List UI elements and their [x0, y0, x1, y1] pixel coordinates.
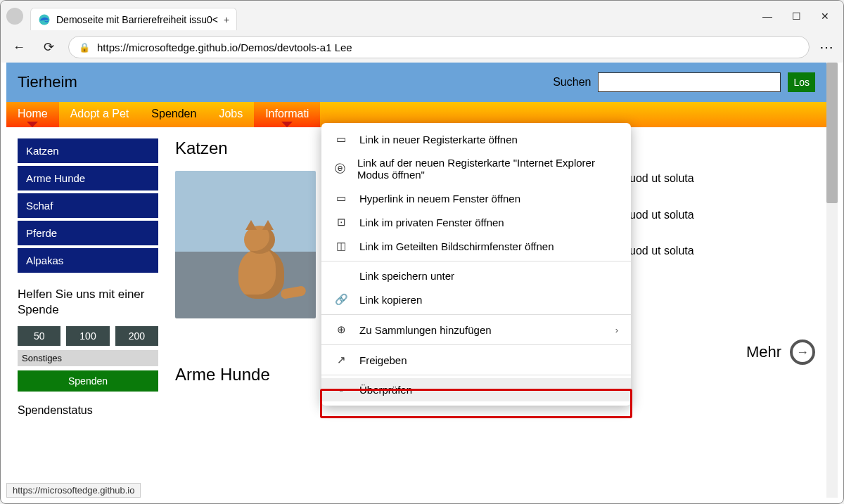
context-menu-item[interactable]: ▭Hyperlink in neuem Fenster öffnen: [321, 186, 631, 210]
sidebar-item-horses[interactable]: Pferde: [18, 221, 158, 245]
context-menu-icon: ▭: [334, 133, 348, 146]
site-header: Tierheim Suchen Los: [6, 63, 826, 102]
context-menu-separator: [321, 344, 631, 345]
donate-50[interactable]: 50: [18, 326, 60, 346]
context-menu-item[interactable]: ▫Überprüfen: [321, 378, 631, 401]
donate-status-label: Spendenstatus: [18, 404, 158, 417]
sidebar-item-cats[interactable]: Katzen: [18, 138, 158, 163]
context-menu-label: Zu Sammlungen hinzufügen: [359, 324, 492, 336]
context-menu-icon: ⓔ: [334, 162, 346, 176]
arrow-right-icon[interactable]: →: [790, 340, 815, 365]
context-menu-item[interactable]: Link speichern unter: [321, 264, 631, 287]
lock-icon: 🔒: [79, 42, 90, 53]
more-menu-button[interactable]: ⋯: [819, 39, 835, 56]
site-title: Tierheim: [18, 73, 77, 91]
donate-heading: Helfen Sie uns mit einer Spende: [18, 287, 158, 318]
url-text: https://microsoftedge.github.io/Demos/de…: [97, 41, 352, 53]
context-menu-label: Link in neuer Registerkarte öffnen: [359, 134, 518, 146]
close-button[interactable]: ✕: [821, 11, 829, 22]
minimize-button[interactable]: —: [762, 11, 772, 22]
context-menu-label: Link speichern unter: [359, 270, 454, 282]
context-menu-icon: ▫: [334, 384, 348, 396]
more-link-text[interactable]: Mehr: [746, 343, 781, 361]
chevron-right-icon: ›: [615, 325, 618, 335]
donate-100[interactable]: 100: [66, 326, 109, 346]
nav-jobs[interactable]: Jobs: [207, 102, 254, 127]
new-tab-button[interactable]: +: [224, 14, 229, 25]
context-menu-icon: ⊕: [334, 323, 348, 336]
sidebar-item-dogs[interactable]: Arme Hunde: [18, 166, 158, 190]
context-menu-icon: ◫: [334, 240, 348, 252]
context-menu-label: Link kopieren: [359, 294, 422, 306]
tab-title: Demoseite mit Barrierefreiheit issu0<: [56, 14, 218, 25]
site-search: Suchen Los: [553, 72, 815, 92]
donate-widget: Helfen Sie uns mit einer Spende 50 100 2…: [18, 287, 158, 417]
context-menu-label: Link im privaten Fenster öffnen: [359, 217, 504, 228]
sidebar-item-sheep[interactable]: Schaf: [18, 193, 158, 218]
sidebar-item-alpacas[interactable]: Alpakas: [18, 248, 158, 273]
cat-image: [175, 171, 316, 318]
donate-amounts: 50 100 200: [18, 326, 158, 346]
nav-adopt[interactable]: Adopt a Pet: [59, 102, 141, 127]
context-menu-item[interactable]: ⓔLink auf der neuen Registerkarte "Inter…: [321, 151, 631, 186]
context-menu-item[interactable]: ⊕Zu Sammlungen hinzufügen›: [321, 318, 631, 342]
context-menu-label: Link auf der neuen Registerkarte "Intern…: [357, 157, 618, 181]
edge-icon: [38, 13, 51, 26]
search-go-button[interactable]: Los: [788, 72, 815, 92]
scrollbar-thumb[interactable]: [826, 63, 838, 203]
search-input[interactable]: [598, 72, 781, 92]
status-bar: https://microsoftedge.github.io: [6, 483, 141, 498]
context-menu-icon: ⊡: [334, 216, 348, 228]
context-menu-icon: ↗: [334, 354, 348, 366]
window-controls: — ☐ ✕: [762, 11, 838, 22]
donate-other[interactable]: Sonstiges: [18, 350, 158, 366]
maximize-button[interactable]: ☐: [792, 11, 801, 22]
context-menu-label: Überprüfen: [359, 384, 412, 396]
context-menu-item[interactable]: ▭Link in neuer Registerkarte öffnen: [321, 127, 631, 151]
context-menu-label: Link im Geteilten Bildschirmfenster öffn…: [359, 240, 554, 252]
titlebar: Demoseite mit Barrierefreiheit issu0< + …: [1, 1, 843, 32]
context-menu-item[interactable]: ↗Freigeben: [321, 348, 631, 372]
profile-avatar[interactable]: [6, 8, 23, 25]
donate-submit[interactable]: Spenden: [18, 370, 158, 392]
context-menu-label: Freigeben: [359, 354, 407, 366]
browser-toolbar: ← ⟳ 🔒 https://microsoftedge.github.io/De…: [1, 32, 843, 63]
browser-window: Demoseite mit Barrierefreiheit issu0< + …: [0, 0, 844, 504]
vertical-scrollbar[interactable]: [826, 63, 838, 498]
sidebar: Katzen Arme Hunde Schaf Pferde Alpakas H…: [18, 138, 158, 417]
search-label: Suchen: [553, 76, 591, 89]
browser-tab[interactable]: Demoseite mit Barrierefreiheit issu0< +: [30, 8, 237, 30]
nav-info[interactable]: Informati: [254, 102, 320, 127]
nav-donate[interactable]: Spenden: [140, 102, 207, 127]
nav-home[interactable]: Home: [6, 102, 59, 127]
sidebar-nav: Katzen Arme Hunde Schaf Pferde Alpakas: [18, 138, 158, 273]
context-menu-separator: [321, 261, 631, 261]
context-menu-item[interactable]: ◫Link im Geteilten Bildschirmfenster öff…: [321, 234, 631, 258]
context-menu-icon: ▭: [334, 192, 348, 205]
context-menu-label: Hyperlink in neuem Fenster öffnen: [359, 193, 520, 205]
address-bar[interactable]: 🔒 https://microsoftedge.github.io/Demos/…: [68, 36, 810, 58]
back-button[interactable]: ←: [9, 37, 29, 57]
context-menu-separator: [321, 314, 631, 315]
refresh-button[interactable]: ⟳: [39, 37, 58, 57]
context-menu-item[interactable]: 🔗Link kopieren: [321, 287, 631, 311]
context-menu-separator: [321, 375, 631, 375]
context-menu: ▭Link in neuer Registerkarte öffnenⓔLink…: [321, 123, 631, 406]
context-menu-item[interactable]: ⊡Link im privaten Fenster öffnen: [321, 210, 631, 234]
context-menu-icon: 🔗: [334, 293, 348, 306]
donate-200[interactable]: 200: [115, 326, 158, 346]
